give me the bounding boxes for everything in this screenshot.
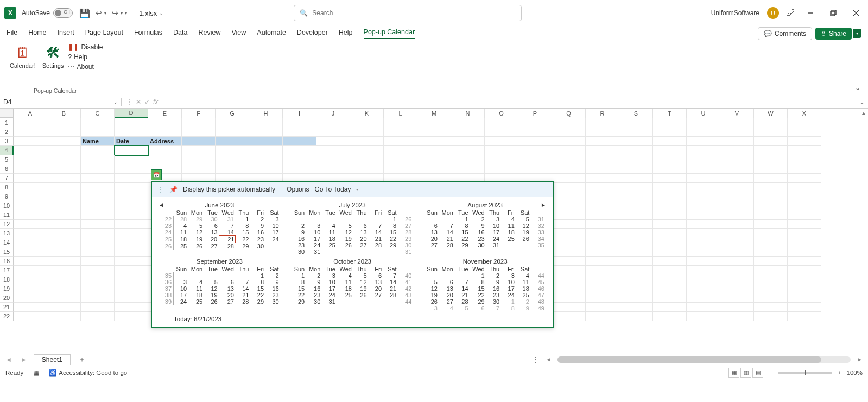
- tab-file[interactable]: File: [7, 29, 17, 39]
- cell[interactable]: [552, 210, 586, 220]
- col-header[interactable]: W: [754, 109, 788, 118]
- cell[interactable]: [720, 220, 754, 229]
- calendar-day[interactable]: 22: [470, 292, 486, 298]
- avatar[interactable]: U: [767, 7, 779, 19]
- calendar-day[interactable]: 15: [470, 285, 486, 292]
- calendar-day[interactable]: 25: [188, 298, 204, 305]
- calendar-day[interactable]: 14: [369, 229, 384, 235]
- cell[interactable]: [653, 146, 687, 155]
- qat-customize[interactable]: ▾: [125, 11, 127, 16]
- calendar-day[interactable]: 9: [470, 222, 486, 229]
- calendar-day[interactable]: 21: [383, 285, 398, 292]
- cell[interactable]: [47, 146, 81, 155]
- cell[interactable]: [720, 127, 754, 137]
- cell[interactable]: [148, 155, 182, 164]
- calendar-day[interactable]: 28: [383, 292, 398, 298]
- cell[interactable]: [586, 201, 619, 210]
- cell[interactable]: [81, 266, 115, 275]
- macro-icon[interactable]: ▦: [33, 369, 39, 377]
- row-header[interactable]: 9: [0, 192, 14, 201]
- cell[interactable]: [552, 146, 586, 155]
- tab-home[interactable]: Home: [28, 29, 46, 39]
- cell[interactable]: [586, 312, 619, 321]
- row-header[interactable]: 1: [0, 118, 14, 127]
- ink-icon[interactable]: 🖊: [787, 8, 795, 18]
- calendar-day[interactable]: 5: [188, 222, 204, 229]
- calendar-day[interactable]: 25: [501, 235, 516, 242]
- cell[interactable]: [14, 303, 47, 312]
- ribbon-collapse[interactable]: ⌄: [852, 81, 864, 95]
- cell[interactable]: [687, 257, 720, 266]
- col-header[interactable]: G: [216, 109, 249, 118]
- col-header[interactable]: S: [619, 109, 653, 118]
- cell[interactable]: [47, 284, 81, 293]
- cell[interactable]: [552, 312, 586, 321]
- col-header[interactable]: D: [115, 109, 148, 118]
- cell[interactable]: [720, 183, 754, 192]
- calendar-day[interactable]: 23: [486, 292, 502, 298]
- calendar-day[interactable]: 4: [337, 272, 353, 279]
- cell[interactable]: [754, 247, 788, 257]
- calendar-day[interactable]: 2: [265, 272, 281, 279]
- cell[interactable]: [316, 146, 350, 155]
- col-header[interactable]: X: [788, 109, 821, 118]
- cell[interactable]: [619, 201, 653, 210]
- cell[interactable]: [687, 174, 720, 183]
- calendar-day[interactable]: 5: [204, 279, 219, 285]
- row-header[interactable]: 4: [0, 146, 14, 155]
- filename[interactable]: 1.xlsx ⌄: [139, 9, 163, 17]
- cell[interactable]: [754, 275, 788, 284]
- cell[interactable]: [687, 303, 720, 312]
- cell[interactable]: [619, 312, 653, 321]
- cell[interactable]: [81, 229, 115, 238]
- cell[interactable]: [115, 155, 148, 164]
- cell[interactable]: [586, 210, 619, 220]
- tab-view[interactable]: View: [231, 29, 246, 39]
- calendar-day[interactable]: 25: [337, 292, 353, 298]
- calendar-day[interactable]: 18: [174, 236, 189, 243]
- cell[interactable]: [653, 284, 687, 293]
- cell[interactable]: [182, 146, 216, 155]
- cell[interactable]: [586, 155, 619, 164]
- cell[interactable]: [754, 303, 788, 312]
- cell[interactable]: [518, 127, 552, 137]
- cell[interactable]: [283, 137, 316, 146]
- calendar-day[interactable]: 12: [424, 285, 439, 292]
- cell[interactable]: [216, 127, 249, 137]
- calendar-day[interactable]: 10: [486, 222, 502, 229]
- cell[interactable]: [687, 201, 720, 210]
- calendar-day[interactable]: 18: [188, 292, 204, 298]
- cell[interactable]: [552, 220, 586, 229]
- cell[interactable]: [14, 174, 47, 183]
- calendar-day[interactable]: 25: [174, 243, 189, 250]
- calendar-day[interactable]: 28: [455, 298, 470, 305]
- cell[interactable]: [384, 155, 417, 164]
- calendar-day[interactable]: 17: [486, 229, 502, 235]
- cell[interactable]: [81, 257, 115, 266]
- calendar-day[interactable]: 8: [292, 279, 307, 285]
- cell[interactable]: [182, 127, 216, 137]
- cell[interactable]: [47, 247, 81, 257]
- col-header[interactable]: C: [81, 109, 115, 118]
- cell[interactable]: [115, 201, 148, 210]
- cell[interactable]: [47, 118, 81, 127]
- cell[interactable]: [754, 266, 788, 275]
- cell[interactable]: [788, 137, 821, 146]
- cell[interactable]: [586, 238, 619, 247]
- cell[interactable]: [350, 146, 384, 155]
- calendar-day[interactable]: 6: [424, 222, 439, 229]
- calendar-day[interactable]: 7: [369, 222, 384, 229]
- cell[interactable]: [619, 247, 653, 257]
- cell[interactable]: [653, 164, 687, 174]
- calendar-day[interactable]: 7: [455, 279, 470, 285]
- pin-icon[interactable]: 📌: [169, 186, 178, 193]
- cell[interactable]: [653, 257, 687, 266]
- col-header[interactable]: Q: [552, 109, 586, 118]
- calendar-day[interactable]: 3: [265, 216, 281, 222]
- cell[interactable]: [417, 164, 451, 174]
- hscroll-right[interactable]: ►: [855, 356, 865, 362]
- cell[interactable]: [687, 275, 720, 284]
- calendar-day[interactable]: 9: [250, 222, 265, 229]
- cell[interactable]: [485, 137, 518, 146]
- cell[interactable]: [788, 229, 821, 238]
